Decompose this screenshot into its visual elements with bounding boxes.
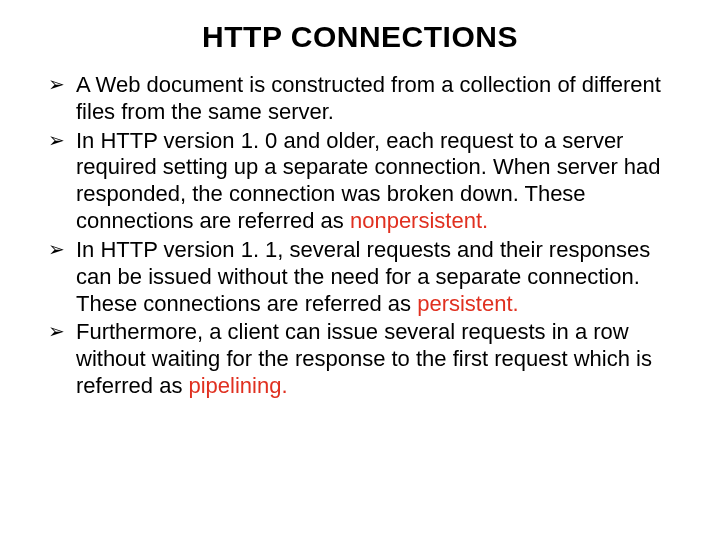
bullet-text: In HTTP version 1. 1, several requests a… <box>76 237 650 316</box>
highlight-term: nonpersistent. <box>350 208 488 233</box>
bullet-text: A Web document is constructed from a col… <box>76 72 661 124</box>
bullet-list: A Web document is constructed from a col… <box>48 72 672 400</box>
slide: HTTP CONNECTIONS A Web document is const… <box>0 0 720 540</box>
slide-title: HTTP CONNECTIONS <box>48 20 672 54</box>
highlight-term: pipelining. <box>189 373 288 398</box>
highlight-term: persistent. <box>417 291 519 316</box>
bullet-text: Furthermore, a client can issue several … <box>76 319 652 398</box>
list-item: In HTTP version 1. 1, several requests a… <box>48 237 672 317</box>
list-item: A Web document is constructed from a col… <box>48 72 672 126</box>
list-item: In HTTP version 1. 0 and older, each req… <box>48 128 672 235</box>
list-item: Furthermore, a client can issue several … <box>48 319 672 399</box>
